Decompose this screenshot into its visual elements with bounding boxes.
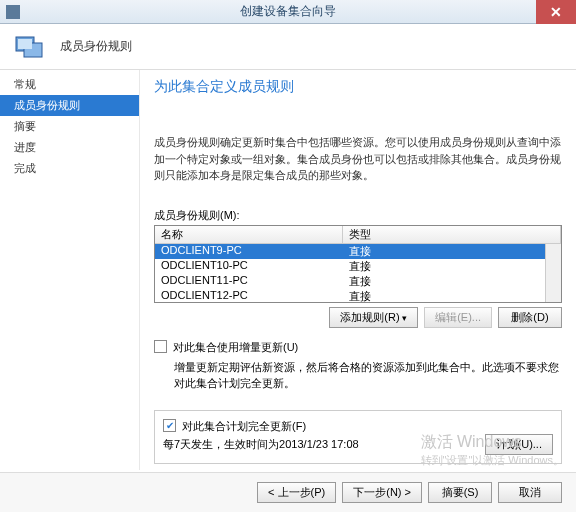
cancel-button[interactable]: 取消 bbox=[498, 482, 562, 503]
incremental-checkbox[interactable] bbox=[154, 340, 167, 353]
page-title: 为此集合定义成员规则 bbox=[154, 78, 562, 96]
page-description: 成员身份规则确定更新时集合中包括哪些资源。您可以使用成员身份规则从查询中添加一个… bbox=[154, 134, 562, 184]
full-update-label: 对此集合计划完全更新(F) bbox=[182, 419, 306, 434]
sidebar-item-summary[interactable]: 摘要 bbox=[0, 116, 139, 137]
header-icon bbox=[14, 31, 46, 63]
grid-header: 名称 类型 bbox=[155, 226, 561, 244]
table-row[interactable]: ODCLIENT9-PC直接 bbox=[155, 244, 561, 259]
rules-grid[interactable]: 名称 类型 ODCLIENT9-PC直接ODCLIENT10-PC直接ODCLI… bbox=[154, 225, 562, 303]
watermark: 激活 Windows 转到"设置"以激活 Windows。 bbox=[421, 432, 565, 468]
sidebar-item-general[interactable]: 常规 bbox=[0, 74, 139, 95]
summary-button[interactable]: 摘要(S) bbox=[428, 482, 492, 503]
sidebar-item-progress[interactable]: 进度 bbox=[0, 137, 139, 158]
sidebar-item-complete[interactable]: 完成 bbox=[0, 158, 139, 179]
header-text: 成员身份规则 bbox=[60, 38, 132, 55]
incremental-label: 对此集合使用增量更新(U) bbox=[173, 340, 298, 355]
wizard-header: 成员身份规则 bbox=[0, 24, 576, 70]
scrollbar[interactable] bbox=[545, 244, 561, 302]
wizard-footer: < 上一步(P) 下一步(N) > 摘要(S) 取消 bbox=[0, 472, 576, 512]
add-rule-button[interactable]: 添加规则(R) bbox=[329, 307, 418, 328]
list-label: 成员身份规则(M): bbox=[154, 208, 562, 223]
incremental-desc: 增量更新定期评估新资源，然后将合格的资源添加到此集合中。此选项不要求您对此集合计… bbox=[174, 359, 562, 392]
table-row[interactable]: ODCLIENT11-PC直接 bbox=[155, 274, 561, 289]
full-update-checkbox[interactable]: ✔ bbox=[163, 419, 176, 432]
col-type[interactable]: 类型 bbox=[343, 226, 561, 243]
close-button[interactable]: ✕ bbox=[536, 0, 576, 24]
window-title: 创建设备集合向导 bbox=[240, 3, 336, 20]
titlebar: 创建设备集合向导 ✕ bbox=[0, 0, 576, 24]
sidebar-item-membership[interactable]: 成员身份规则 bbox=[0, 95, 139, 116]
schedule-text: 每7天发生，生效时间为2013/1/23 17:08 bbox=[163, 436, 359, 453]
next-button[interactable]: 下一步(N) > bbox=[342, 482, 422, 503]
content-pane: 为此集合定义成员规则 成员身份规则确定更新时集合中包括哪些资源。您可以使用成员身… bbox=[140, 70, 576, 470]
table-row[interactable]: ODCLIENT12-PC直接 bbox=[155, 289, 561, 302]
edit-button: 编辑(E)... bbox=[424, 307, 492, 328]
prev-button[interactable]: < 上一步(P) bbox=[257, 482, 336, 503]
app-icon bbox=[6, 5, 20, 19]
svg-rect-2 bbox=[18, 39, 32, 49]
wizard-sidebar: 常规 成员身份规则 摘要 进度 完成 bbox=[0, 70, 140, 470]
col-name[interactable]: 名称 bbox=[155, 226, 343, 243]
table-row[interactable]: ODCLIENT10-PC直接 bbox=[155, 259, 561, 274]
delete-button[interactable]: 删除(D) bbox=[498, 307, 562, 328]
